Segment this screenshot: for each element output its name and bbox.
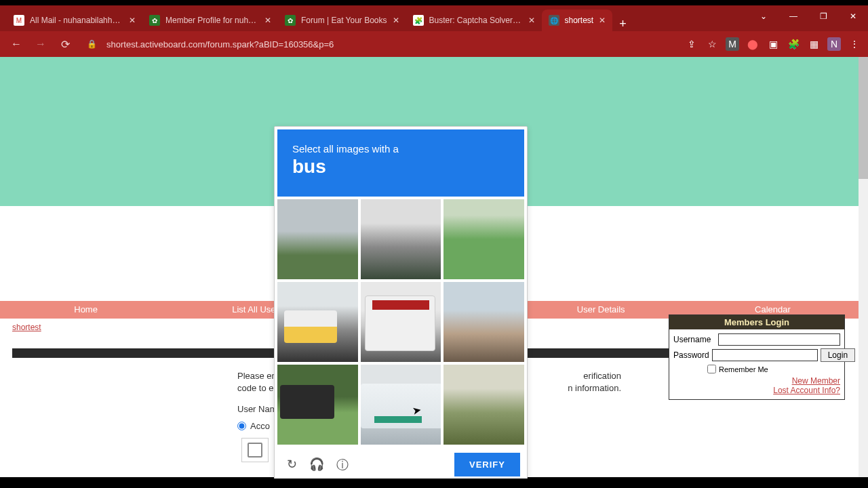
info-icon[interactable]: ⓘ [336,457,349,473]
ext-picture-icon[interactable]: ▣ [766,37,780,51]
password-input[interactable] [712,349,818,361]
ext-red-icon[interactable]: ⬤ [746,37,760,51]
profile-icon[interactable]: N [827,37,841,51]
audio-icon[interactable]: 🎧 [309,457,324,473]
tab-3[interactable]: 🧩Buster: Captcha Solver for H✕ [406,9,542,31]
username-label: Username [673,335,715,344]
password-label: Password [673,350,709,360]
login-button[interactable]: Login [821,348,855,362]
captcha-tile-7[interactable] [277,365,358,445]
tab-4[interactable]: 🌐shortest✕ [542,9,613,31]
ext-m-icon[interactable]: M [726,37,739,51]
toolbar: ← → ⟳ 🔒 shortest.activeboard.com/forum.s… [0,31,868,57]
menu-icon[interactable]: ⋮ [848,37,861,51]
scroll-thumb[interactable] [859,57,868,179]
forward-button[interactable]: → [31,35,50,54]
nav-home[interactable]: Home [0,301,172,319]
account-radio-label: Acco [250,421,270,431]
extensions-icon[interactable]: 🧩 [787,37,800,51]
chevron-down-icon[interactable]: ⌄ [749,5,778,27]
close-icon[interactable]: ✕ [599,16,606,25]
captcha-tile-6[interactable] [443,282,524,362]
captcha-tile-8[interactable] [361,365,441,445]
close-icon[interactable]: ✕ [129,16,136,25]
captcha-tile-4[interactable] [277,282,358,362]
captcha-subject: bus [292,156,509,178]
close-icon[interactable]: ✕ [393,16,399,25]
close-icon[interactable]: ✕ [528,16,535,25]
maximize-button[interactable]: ❐ [808,5,838,27]
reload-button[interactable]: ⟳ [56,35,75,54]
captcha-instruction: Select all images with a [292,143,509,155]
captcha-tile-2[interactable] [361,199,441,279]
tab-2[interactable]: ✿Forum | Eat Your Books✕ [278,9,406,31]
back-button[interactable]: ← [7,35,26,54]
verify-button[interactable]: VERIFY [454,453,520,476]
captcha-prompt: Select all images with a bus [277,129,524,197]
username-input[interactable] [718,333,840,346]
new-tab-button[interactable]: + [612,17,633,31]
account-radio[interactable] [237,422,246,430]
captcha-tile-1[interactable] [277,199,358,279]
login-panel: Members Login Username PasswordLogin Rem… [669,314,845,400]
breadcrumb-link[interactable]: shortest [12,323,41,332]
letterbox-bottom [0,479,868,488]
captcha-tile-5[interactable] [361,282,441,362]
globe-icon: 🌐 [549,15,559,26]
site-icon: ✿ [149,15,160,26]
login-header: Members Login [669,315,844,329]
close-icon[interactable]: ✕ [264,16,271,25]
recaptcha-anchor[interactable] [241,438,269,462]
reload-icon[interactable]: ↻ [287,457,297,473]
remember-label: Remember Me [719,365,768,373]
address-bar[interactable]: shortest.activeboard.com/forum.spark?aBI… [106,39,334,49]
captcha-tile-9[interactable] [443,365,524,445]
sidepanel-icon[interactable]: ▦ [807,37,821,51]
nav-user-details[interactable]: User Details [515,301,687,319]
gmail-icon: M [14,15,24,26]
lost-account-link[interactable]: Lost Account Info? [673,386,840,395]
site-icon: ✿ [285,15,296,26]
share-icon[interactable]: ⇪ [685,37,698,51]
scrollbar[interactable] [859,57,868,477]
window-close-button[interactable]: ✕ [838,5,868,27]
captcha-tile-3[interactable] [443,199,524,279]
minimize-button[interactable]: — [778,5,808,27]
remember-checkbox[interactable] [707,365,716,373]
tab-1[interactable]: ✿Member Profile for nuhanab✕ [142,9,278,31]
lock-icon: 🔒 [87,39,97,49]
bookmark-icon[interactable]: ☆ [705,37,719,51]
recaptcha-challenge: Select all images with a bus ↻ 🎧 ⓘ VERIF… [274,126,528,483]
tab-0[interactable]: MAll Mail - nuhanabilahhaik@✕ [7,9,142,31]
extension-icon: 🧩 [413,15,424,26]
new-member-link[interactable]: New Member [673,376,840,386]
captcha-grid [277,199,524,445]
tab-strip: MAll Mail - nuhanabilahhaik@✕ ✿Member Pr… [0,5,868,31]
